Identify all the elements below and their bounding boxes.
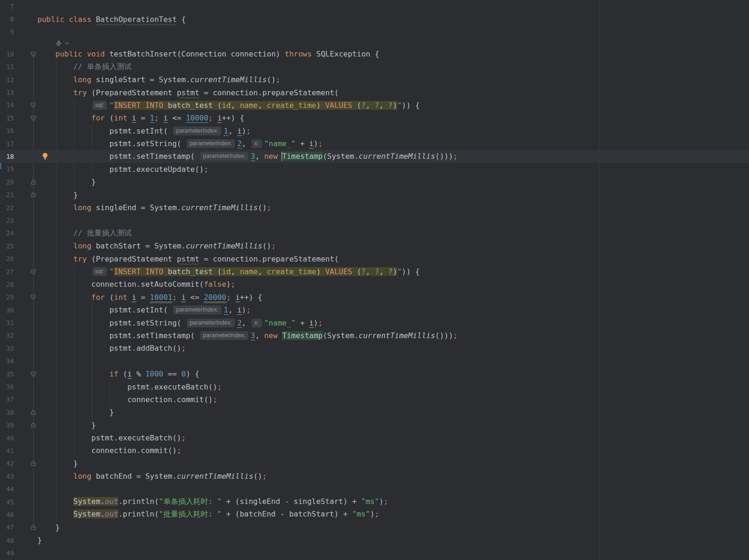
gutter[interactable]: 24 xyxy=(0,227,37,240)
code-line[interactable]: 9 xyxy=(0,26,749,38)
code-line[interactable]: 11 // 单条插入测试 xyxy=(0,61,749,73)
line-number[interactable]: 17 xyxy=(0,140,14,148)
code-line[interactable]: 29 for (int i = 10001; i <= 20000; i++) … xyxy=(0,291,749,304)
line-number[interactable]: 7 xyxy=(0,3,14,10)
code-line[interactable]: 40 pstmt.executeBatch(); xyxy=(0,432,749,444)
gutter[interactable]: 38 xyxy=(0,406,37,418)
line-number[interactable]: 48 xyxy=(0,537,14,544)
line-number[interactable]: 36 xyxy=(0,383,14,390)
code-line[interactable]: 48} xyxy=(0,534,749,546)
code-text[interactable]: try (PreparedStatement pstmt = connectio… xyxy=(37,88,339,97)
line-number[interactable]: 12 xyxy=(0,76,14,84)
code-text[interactable]: } xyxy=(37,523,60,532)
line-number[interactable]: 9 xyxy=(0,28,14,35)
line-number[interactable]: 16 xyxy=(0,127,14,135)
code-text[interactable]: pstmt.setInt( parameterIndex:1, i); xyxy=(37,127,251,135)
gutter[interactable]: 17 xyxy=(0,137,37,150)
line-number[interactable]: 29 xyxy=(0,293,14,301)
fold-arrow-down-icon[interactable] xyxy=(30,115,36,121)
line-number[interactable]: 13 xyxy=(0,89,14,96)
line-number[interactable]: 44 xyxy=(0,485,14,493)
gutter[interactable]: 35 xyxy=(0,368,37,380)
gutter[interactable]: 16 xyxy=(0,125,37,137)
line-number[interactable]: 37 xyxy=(0,396,14,403)
code-line[interactable]: 39 } xyxy=(0,419,749,432)
code-text[interactable]: pstmt.setTimestamp( parameterIndex:3, ne… xyxy=(37,331,458,340)
line-number[interactable]: 40 xyxy=(0,434,14,442)
code-text[interactable]: long singleEnd = System.currentTimeMilli… xyxy=(37,203,271,212)
fold-arrow-up-icon[interactable] xyxy=(30,192,36,198)
code-text[interactable]: } xyxy=(37,177,96,186)
line-number[interactable]: 34 xyxy=(0,357,14,365)
line-number[interactable]: 38 xyxy=(0,409,14,416)
code-text[interactable]: long batchEnd = System.currentTimeMillis… xyxy=(37,472,267,481)
line-number[interactable]: 26 xyxy=(0,255,14,262)
code-line[interactable]: 42 } xyxy=(0,457,749,470)
line-number[interactable]: 46 xyxy=(0,511,14,518)
line-number[interactable]: 45 xyxy=(0,498,14,506)
gutter[interactable]: 37 xyxy=(0,393,37,406)
gutter[interactable]: 34 xyxy=(0,355,37,368)
code-text[interactable]: pstmt.setString( parameterIndex:2, x:"na… xyxy=(37,319,323,327)
code-text[interactable]: } xyxy=(37,459,78,468)
line-number[interactable]: 42 xyxy=(0,460,14,467)
code-text[interactable]: long singleStart = System.currentTimeMil… xyxy=(37,75,280,84)
fold-arrow-up-icon[interactable] xyxy=(30,525,36,531)
inspection-widget-icon[interactable] xyxy=(55,40,62,47)
gutter[interactable]: 32 xyxy=(0,329,37,342)
code-text[interactable]: public class BatchOperationTest { xyxy=(37,15,186,24)
code-line[interactable]: 46 System.out.println("批量插入耗时: " + (batc… xyxy=(0,508,749,521)
code-line[interactable]: 23 xyxy=(0,214,749,227)
code-text[interactable]: pstmt.setString( parameterIndex:2, x:"na… xyxy=(37,139,323,148)
gutter[interactable]: 44 xyxy=(0,482,37,495)
gutter[interactable]: 26 xyxy=(0,252,37,265)
code-text[interactable]: pstmt.executeBatch(); xyxy=(37,383,222,391)
line-number[interactable]: 8 xyxy=(0,15,14,23)
code-text[interactable]: } xyxy=(37,191,78,199)
code-line[interactable]: 17 pstmt.setString( parameterIndex:2, x:… xyxy=(0,137,749,150)
gutter[interactable]: 21 xyxy=(0,188,37,201)
code-line[interactable]: 21 } xyxy=(0,188,749,201)
fold-arrow-down-icon[interactable] xyxy=(30,51,36,57)
fold-arrow-up-icon[interactable] xyxy=(30,461,36,467)
gutter[interactable]: 39 xyxy=(0,419,37,432)
fold-arrow-down-icon[interactable] xyxy=(30,102,36,108)
gutter[interactable]: 7 xyxy=(0,0,37,13)
code-line[interactable]: 34 xyxy=(0,355,749,368)
gutter[interactable]: 45 xyxy=(0,496,37,508)
line-number[interactable]: 43 xyxy=(0,473,14,480)
line-number[interactable]: 14 xyxy=(0,101,14,109)
code-text[interactable]: pstmt.executeUpdate(); xyxy=(37,165,208,174)
code-line[interactable]: 18 pstmt.setTimestamp( parameterIndex:3,… xyxy=(0,150,749,163)
code-text[interactable]: pstmt.addBatch(); xyxy=(37,344,186,353)
code-line[interactable]: 16 pstmt.setInt( parameterIndex:1, i); xyxy=(0,125,749,137)
code-line[interactable]: 10 public void testBatchInsert(Connectio… xyxy=(0,48,749,60)
gutter[interactable]: 8 xyxy=(0,13,37,25)
fold-arrow-up-icon[interactable] xyxy=(30,409,36,415)
gutter[interactable]: 9 xyxy=(0,26,37,38)
line-number[interactable]: 35 xyxy=(0,370,14,378)
line-number[interactable]: 49 xyxy=(0,549,14,557)
code-text[interactable]: long batchStart = System.currentTimeMill… xyxy=(37,241,276,250)
code-text[interactable]: public void testBatchInsert(Connection c… xyxy=(37,50,379,58)
line-number[interactable]: 11 xyxy=(0,63,14,71)
gutter[interactable]: 42 xyxy=(0,457,37,470)
gutter[interactable]: 15 xyxy=(0,112,37,124)
line-number[interactable]: 15 xyxy=(0,114,14,122)
line-number[interactable]: 25 xyxy=(0,242,14,250)
code-text[interactable]: pstmt.executeBatch(); xyxy=(37,433,186,442)
line-number[interactable]: 31 xyxy=(0,319,14,326)
code-line[interactable]: 44 xyxy=(0,482,749,495)
code-text[interactable]: sql:"INSERT INTO batch_test (id, name, c… xyxy=(37,101,420,110)
code-text[interactable]: } xyxy=(37,408,114,417)
line-number[interactable]: 10 xyxy=(0,50,14,58)
code-line[interactable]: 7 xyxy=(0,0,749,13)
gutter[interactable]: 18 xyxy=(0,150,37,163)
line-number[interactable]: 27 xyxy=(0,268,14,276)
fold-arrow-up-icon[interactable] xyxy=(30,179,36,185)
chevron-down-icon[interactable] xyxy=(64,41,70,46)
gutter[interactable]: 28 xyxy=(0,278,37,291)
gutter[interactable]: 36 xyxy=(0,380,37,393)
code-text[interactable]: try (PreparedStatement pstmt = connectio… xyxy=(37,255,339,263)
code-line[interactable]: 26 try (PreparedStatement pstmt = connec… xyxy=(0,252,749,265)
